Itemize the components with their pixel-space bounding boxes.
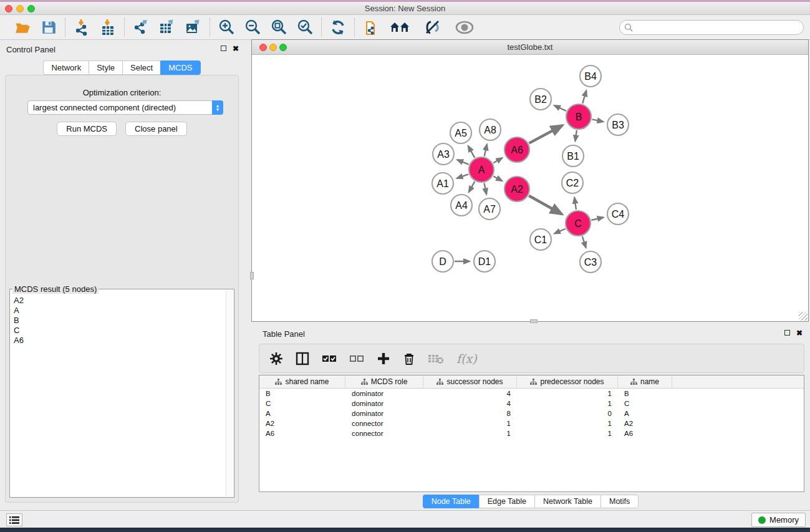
edge-A-A8[interactable]: [485, 144, 487, 156]
cell-predecessor-nodes[interactable]: 1: [517, 389, 618, 399]
add-column-icon[interactable]: [377, 352, 390, 365]
column-header-successor-nodes[interactable]: successor nodes: [423, 375, 517, 388]
table-row[interactable]: A6connector11A6: [259, 428, 804, 438]
zoom-out-icon[interactable]: [244, 19, 261, 36]
edge-B-B1[interactable]: [575, 130, 576, 141]
cell-predecessor-nodes[interactable]: 1: [517, 428, 618, 438]
node-A5[interactable]: A5: [450, 122, 471, 143]
export-table-icon[interactable]: [158, 19, 176, 36]
edge-A-A3[interactable]: [457, 160, 468, 165]
cell-name[interactable]: A2: [618, 418, 672, 428]
mcds-result-item[interactable]: A: [11, 306, 225, 316]
cell-shared-name[interactable]: B: [259, 389, 345, 399]
cell-predecessor-nodes[interactable]: 1: [517, 418, 618, 428]
frame-resize-grip[interactable]: [799, 312, 808, 321]
node-C4[interactable]: C4: [607, 203, 629, 225]
tab-edge-table[interactable]: Edge Table: [479, 495, 534, 508]
tab-style[interactable]: Style: [89, 60, 122, 75]
home-icon[interactable]: [388, 19, 412, 36]
table-row[interactable]: Bdominator41B: [259, 389, 804, 399]
node-B1[interactable]: B1: [562, 145, 584, 167]
cell-MCDS-role[interactable]: connector: [345, 418, 423, 428]
cell-successor-nodes[interactable]: 1: [423, 428, 517, 438]
save-session-icon[interactable]: [40, 19, 57, 36]
node-C2[interactable]: C2: [562, 172, 583, 193]
cell-shared-name[interactable]: A2: [259, 418, 345, 428]
cell-shared-name[interactable]: A: [259, 409, 345, 418]
run-mcds-button[interactable]: Run MCDS: [57, 122, 117, 136]
float-panel-icon[interactable]: [221, 46, 226, 51]
cell-name[interactable]: B: [618, 389, 672, 399]
cell-successor-nodes[interactable]: 4: [423, 399, 517, 409]
cell-name[interactable]: A6: [618, 428, 672, 438]
cell-MCDS-role[interactable]: connector: [345, 428, 423, 438]
tab-network[interactable]: Network: [43, 60, 89, 75]
export-image-icon[interactable]: [185, 19, 202, 36]
gear-icon[interactable]: [269, 352, 283, 365]
cell-successor-nodes[interactable]: 8: [423, 409, 517, 418]
edge-B-B4[interactable]: [582, 90, 586, 104]
edge-C-C2[interactable]: [574, 198, 576, 210]
mcds-result-item[interactable]: C: [11, 326, 225, 336]
network-canvas[interactable]: B4B2BB3A5A8A6B1A3AC2A1A2A4A7C4CC1C3DD1: [253, 56, 808, 321]
table-row[interactable]: Adominator80A: [259, 409, 804, 418]
edge-C-C3[interactable]: [582, 236, 586, 248]
function-builder-icon[interactable]: f(x): [456, 352, 477, 365]
tab-motifs[interactable]: Motifs: [600, 495, 639, 508]
edge-A-A1[interactable]: [457, 174, 469, 178]
table-row[interactable]: A2connector11A2: [259, 418, 804, 428]
edge-C-C1[interactable]: [554, 229, 566, 234]
column-chooser-icon[interactable]: [296, 352, 309, 365]
cell-MCDS-role[interactable]: dominator: [345, 389, 423, 399]
zoom-selected-icon[interactable]: [296, 19, 314, 36]
frame-resize-handle-bottom[interactable]: [530, 319, 538, 323]
node-C[interactable]: C: [566, 211, 591, 236]
column-header-name[interactable]: name: [618, 375, 672, 388]
cell-successor-nodes[interactable]: 1: [423, 418, 517, 428]
node-A7[interactable]: A7: [479, 198, 500, 220]
cell-predecessor-nodes[interactable]: 0: [517, 409, 618, 418]
cell-MCDS-role[interactable]: dominator: [345, 399, 423, 409]
node-C3[interactable]: C3: [580, 251, 601, 273]
float-table-panel-icon[interactable]: [784, 330, 790, 336]
select-all-icon[interactable]: [322, 354, 337, 364]
hide-details-icon[interactable]: [421, 19, 445, 36]
open-file-icon[interactable]: [14, 19, 31, 36]
tab-mcds[interactable]: MCDS: [160, 60, 200, 75]
column-header-MCDS-role[interactable]: MCDS role: [345, 375, 423, 388]
column-header-predecessor-nodes[interactable]: predecessor nodes: [517, 375, 618, 388]
node-A3[interactable]: A3: [433, 143, 454, 165]
node-A2[interactable]: A2: [504, 177, 529, 201]
export-network-icon[interactable]: [132, 19, 150, 36]
zoom-fit-icon[interactable]: [270, 19, 287, 36]
cell-name[interactable]: C: [618, 399, 672, 409]
column-header-shared-name[interactable]: shared name: [259, 375, 345, 388]
mcds-result-item[interactable]: A6: [11, 336, 225, 346]
tab-node-table[interactable]: Node Table: [423, 495, 479, 508]
node-B[interactable]: B: [566, 104, 591, 129]
search-input[interactable]: [619, 20, 804, 35]
mcds-result-item[interactable]: B: [11, 316, 225, 326]
edge-A-A5[interactable]: [468, 146, 475, 158]
node-A4[interactable]: A4: [451, 195, 472, 216]
tab-select[interactable]: Select: [122, 60, 160, 75]
eye-icon[interactable]: [453, 19, 476, 36]
cell-MCDS-role[interactable]: dominator: [345, 409, 423, 418]
cell-name[interactable]: A: [618, 409, 672, 418]
frame-resize-handle-left[interactable]: [250, 272, 254, 279]
result-scrollbar[interactable]: [226, 291, 233, 496]
edge-B-B2[interactable]: [554, 105, 566, 111]
node-D[interactable]: D: [432, 251, 453, 272]
mcds-result-list[interactable]: A2ABCA6: [11, 296, 225, 496]
edge-A-A7[interactable]: [484, 183, 486, 195]
table-body[interactable]: Bdominator41BCdominator41CAdominator80AA…: [259, 389, 804, 438]
node-C1[interactable]: C1: [530, 229, 551, 250]
table-header-row[interactable]: shared nameMCDS rolesuccessor nodesprede…: [259, 375, 804, 389]
cell-shared-name[interactable]: C: [259, 399, 345, 409]
edge-A-A6[interactable]: [493, 158, 502, 163]
close-panel-button[interactable]: Close panel: [125, 122, 187, 136]
node-D1[interactable]: D1: [474, 251, 495, 272]
edge-C-C4[interactable]: [591, 217, 603, 220]
refresh-layout-icon[interactable]: [329, 19, 347, 36]
mcds-result-item[interactable]: A2: [11, 296, 225, 306]
